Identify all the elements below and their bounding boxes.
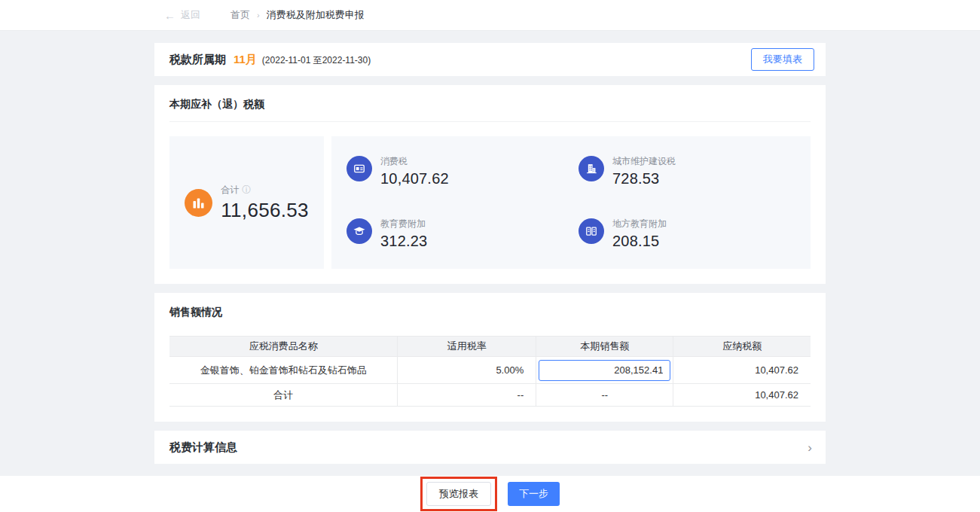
sales-amount-input[interactable] (539, 360, 670, 381)
total-card: 合计 ⓘ 11,656.53 (169, 136, 324, 269)
col-header-tax-rate: 适用税率 (398, 337, 536, 357)
cell-tax-payable: 10,407.62 (673, 384, 811, 407)
breadcrumb-home[interactable]: 首页 (230, 8, 250, 22)
breadcrumb-separator-icon: › (257, 11, 260, 20)
cell-product-name: 金银首饰、铂金首饰和钻石及钻石饰品 (169, 357, 398, 384)
cell-tax-rate: -- (398, 384, 536, 407)
chevron-right-icon: › (808, 441, 812, 454)
col-header-tax-payable: 应纳税额 (673, 337, 811, 357)
footer-bar: 预览报表 下一步 (0, 476, 980, 512)
next-step-button[interactable]: 下一步 (508, 482, 560, 506)
sales-table: 应税消费品名称 适用税率 本期销售额 应纳税额 金银首饰、铂金首饰和钻石及钻石饰… (169, 336, 811, 407)
back-arrow-icon: ← (164, 9, 176, 22)
summary-panel: 本期应补（退）税额 合计 ⓘ 11,656.53 (154, 85, 826, 284)
cell-current-sales (536, 357, 673, 384)
tax-item-label: 地方教育附加 (612, 218, 667, 230)
tax-item-value: 208.15 (612, 233, 667, 250)
tax-calc-title: 税费计算信息 (169, 440, 237, 455)
breadcrumb-current: 消费税及附加税费申报 (267, 8, 365, 22)
tax-item-local-education: 地方教育附加 208.15 (579, 218, 811, 250)
bar-chart-icon (185, 189, 212, 217)
cell-product-name: 合计 (169, 384, 398, 407)
cell-tax-rate: 5.00% (398, 357, 536, 384)
graduation-cap-icon (347, 218, 372, 244)
red-highlight-annotation: 预览报表 (420, 477, 497, 511)
sales-title: 销售额情况 (169, 306, 811, 319)
total-value: 11,656.53 (221, 199, 308, 222)
col-header-current-sales: 本期销售额 (536, 337, 673, 357)
total-text: 合计 ⓘ 11,656.53 (221, 184, 308, 222)
sales-table-header: 应税消费品名称 适用税率 本期销售额 应纳税额 (169, 337, 811, 357)
period-range: (2022-11-01 至2022-11-30) (262, 54, 371, 67)
tax-item-label: 城市维护建设税 (612, 155, 676, 168)
total-label: 合计 (221, 184, 239, 197)
tax-item-label: 教育费附加 (380, 218, 427, 230)
main-content: 税款所属期 11月 (2022-11-01 至2022-11-30) 我要填表 … (154, 43, 826, 464)
table-row: 金银首饰、铂金首饰和钻石及钻石饰品 5.00% 10,407.62 (169, 357, 811, 384)
table-row-total: 合计 -- -- 10,407.62 (169, 384, 811, 407)
building-icon (579, 156, 604, 181)
back-button[interactable]: ← 返回 (164, 8, 200, 22)
period-info: 税款所属期 11月 (2022-11-01 至2022-11-30) (169, 53, 371, 67)
back-label: 返回 (181, 8, 200, 22)
period-month: 11月 (234, 53, 257, 67)
tax-items-card: 消费税 10,407.62 (331, 136, 811, 269)
tax-document-icon (347, 156, 372, 181)
col-header-product-name: 应税消费品名称 (169, 337, 398, 357)
tax-calc-panel[interactable]: 税费计算信息 › (154, 431, 826, 464)
tax-item-value: 312.23 (380, 233, 427, 250)
period-label: 税款所属期 (169, 53, 226, 67)
tax-item-value: 10,407.62 (380, 170, 449, 187)
fill-form-button[interactable]: 我要填表 (751, 48, 814, 71)
summary-title: 本期应补（退）税额 (169, 98, 811, 122)
tax-item-value: 728.53 (612, 170, 676, 187)
ledger-book-icon (579, 218, 604, 244)
tax-item-consumption: 消费税 10,407.62 (347, 155, 579, 187)
tax-item-urban-construction: 城市维护建设税 728.53 (579, 155, 811, 187)
tax-item-label: 消费税 (380, 155, 449, 168)
summary-cards: 合计 ⓘ 11,656.53 (169, 136, 811, 269)
tax-item-education-surcharge: 教育费附加 312.23 (347, 218, 579, 250)
breadcrumb: 首页 › 消费税及附加税费申报 (230, 8, 365, 22)
sales-panel: 销售额情况 应税消费品名称 适用税率 本期销售额 应纳税额 金银首饰、铂金首饰和… (154, 293, 826, 422)
topbar: ← 返回 首页 › 消费税及附加税费申报 (0, 0, 980, 31)
cell-tax-payable: 10,407.62 (673, 357, 811, 384)
preview-report-button[interactable]: 预览报表 (426, 482, 491, 506)
period-panel: 税款所属期 11月 (2022-11-01 至2022-11-30) 我要填表 (154, 43, 826, 76)
info-icon[interactable]: ⓘ (242, 184, 251, 197)
cell-current-sales: -- (536, 384, 673, 407)
